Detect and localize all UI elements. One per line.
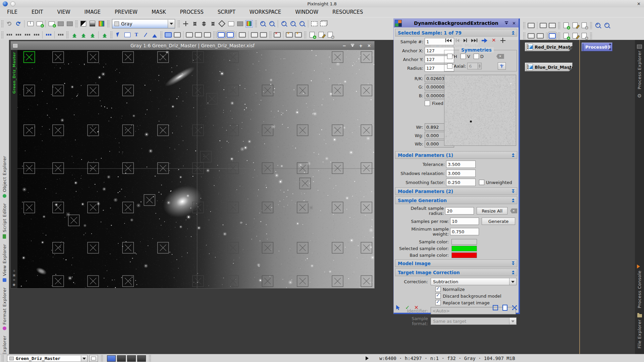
play-icon[interactable] — [366, 356, 371, 360]
track-sample-icon[interactable] — [500, 38, 505, 43]
default-sample-radius-input[interactable] — [445, 207, 474, 215]
color-saturation-icon[interactable] — [97, 19, 106, 28]
expand-icon[interactable] — [512, 189, 515, 193]
screen-16bit-icon[interactable] — [194, 31, 203, 39]
clear-samples-icon[interactable]: ✕ — [510, 208, 517, 214]
drag-handle[interactable] — [1, 355, 4, 362]
iconize-image-icon[interactable] — [56, 19, 65, 28]
screen-stf-icon[interactable] — [164, 31, 173, 39]
explorer-panel-icon-3[interactable] — [88, 31, 97, 39]
dbe-title-bar[interactable]: DynamicBackgroundExtraction ✕ — [394, 19, 519, 27]
sidebar-tab-view-explorer[interactable]: View Explorer — [2, 244, 7, 282]
screen-radiation-up-icon[interactable]: ☀ — [294, 31, 303, 39]
arrange-icons-3[interactable] — [23, 31, 32, 39]
collapse-icon[interactable] — [512, 153, 515, 157]
monitor-7-icon[interactable] — [536, 32, 545, 40]
add-process-icon[interactable]: + — [580, 32, 589, 40]
edit-file-icon[interactable] — [571, 21, 580, 30]
new-process-icon[interactable]: + — [561, 32, 571, 40]
zoom-out-icon[interactable]: − — [267, 19, 276, 28]
image-identifier-tab[interactable]: Green_Driz_Master — [12, 52, 16, 94]
display-mode-combo[interactable]: Gray — [112, 19, 175, 28]
drag-handle[interactable] — [304, 31, 307, 39]
menu-process[interactable]: PROCESS — [173, 7, 211, 17]
reset-icon[interactable] — [512, 305, 517, 310]
center-image-icon[interactable] — [217, 19, 226, 28]
expand-icon[interactable] — [512, 261, 515, 265]
gear-icon[interactable]: ⚙ — [637, 93, 642, 99]
axial-symmetry-icon[interactable] — [498, 62, 506, 70]
symmetry-v-checkbox[interactable] — [461, 54, 466, 59]
drag-handle[interactable] — [66, 31, 69, 39]
first-sample-button[interactable] — [445, 39, 451, 42]
clear-symmetries-icon[interactable]: ✕ — [496, 54, 504, 59]
active-workspace-icon[interactable] — [44, 31, 53, 39]
drag-handle[interactable] — [558, 22, 560, 29]
menu-workspace[interactable]: WORKSPACE — [243, 7, 288, 17]
strip-lock-icon[interactable]: ● — [13, 283, 15, 286]
selected-sample-color-swatch[interactable] — [451, 246, 477, 251]
tab-process-explorer[interactable]: Process Explorer — [637, 51, 642, 89]
screen-24bit-icon[interactable] — [203, 31, 212, 39]
minimize-window-icon[interactable]: − — [342, 43, 346, 48]
axial-checkbox[interactable] — [447, 63, 452, 69]
shrink-mode-icon[interactable] — [199, 19, 208, 28]
discard-background-model-checkbox[interactable] — [435, 293, 441, 299]
new-file-icon[interactable]: + — [561, 21, 571, 30]
arrange-icons-2[interactable] — [14, 31, 23, 39]
drag-handle[interactable] — [160, 31, 163, 39]
zoom-optimal-icon[interactable]: · — [298, 19, 307, 28]
add-process-icon[interactable]: + — [326, 31, 335, 39]
drag-handle[interactable] — [149, 355, 151, 362]
screen-8bit-icon[interactable] — [185, 31, 194, 39]
process-icon-process01[interactable]: Process01 N D — [582, 43, 612, 51]
workspace-splitter[interactable] — [579, 40, 580, 354]
image-view-canvas[interactable] — [17, 50, 374, 288]
workspace-1-button[interactable] — [107, 355, 116, 362]
redo-icon[interactable] — [14, 19, 23, 28]
arrange-icons-1[interactable] — [5, 31, 14, 39]
new-image-icon[interactable]: + — [47, 19, 56, 28]
menu-view[interactable]: VIEW — [50, 7, 77, 17]
generate-button[interactable]: Generate — [482, 218, 515, 225]
sidebar-tab-script-editor[interactable]: Script Editor — [2, 203, 7, 239]
edit-identifier-icon[interactable]: I — [26, 19, 35, 28]
zoom-window-icon[interactable]: + — [359, 43, 363, 48]
monitor-4-icon[interactable] — [250, 31, 259, 39]
readout-cursor-icon[interactable] — [235, 19, 245, 28]
stf-autostretch-icon[interactable] — [245, 19, 254, 28]
menu-script[interactable]: SCRIPT — [211, 7, 243, 17]
drag-handle[interactable] — [523, 22, 526, 29]
unweighted-checkbox[interactable] — [479, 180, 484, 185]
undo-icon[interactable] — [5, 19, 14, 28]
edit-process-icon[interactable] — [317, 31, 326, 39]
tab-process-console[interactable]: Process Console — [637, 270, 642, 308]
screen-unlock-icon[interactable] — [548, 21, 557, 30]
zoom-in-icon[interactable]: + — [258, 19, 267, 28]
sidebar-tab-object-explorer[interactable]: Object Explorer — [2, 156, 7, 198]
new-process-icon[interactable]: + — [308, 31, 317, 39]
screen-radiation-icon[interactable]: ☀ — [285, 31, 294, 39]
axial-spinner[interactable]: 6 — [467, 63, 482, 69]
minimum-sample-weight-input[interactable] — [450, 228, 479, 235]
previous-sample-button[interactable] — [456, 39, 459, 42]
zoom-to-fit-icon[interactable]: : — [288, 19, 298, 28]
restore-image-icon[interactable] — [65, 19, 74, 28]
zoom-out-icon[interactable]: − — [602, 21, 611, 30]
bad-sample-color-swatch[interactable] — [451, 252, 477, 258]
browse-documentation-icon[interactable] — [502, 305, 507, 311]
collapse-icon[interactable] — [512, 31, 515, 35]
duplicate-image-icon[interactable]: + — [35, 19, 44, 28]
edit-process-icon[interactable] — [571, 32, 580, 40]
tab-file-explorer[interactable]: File Explorer — [637, 319, 642, 349]
new-preview-mode-icon[interactable] — [310, 19, 319, 28]
section-header-model-image[interactable]: Model Image — [395, 259, 517, 267]
new-instance-icon[interactable] — [395, 305, 401, 310]
normalize-checkbox[interactable] — [435, 287, 441, 292]
drag-handle[interactable] — [523, 32, 526, 40]
execute-icon[interactable]: ✓ — [405, 304, 410, 311]
screen-plain-icon[interactable] — [173, 31, 182, 39]
menu-resources[interactable]: RESOURCES — [325, 7, 370, 17]
fit-view-icon[interactable] — [208, 19, 217, 28]
drag-handle[interactable] — [590, 22, 592, 29]
